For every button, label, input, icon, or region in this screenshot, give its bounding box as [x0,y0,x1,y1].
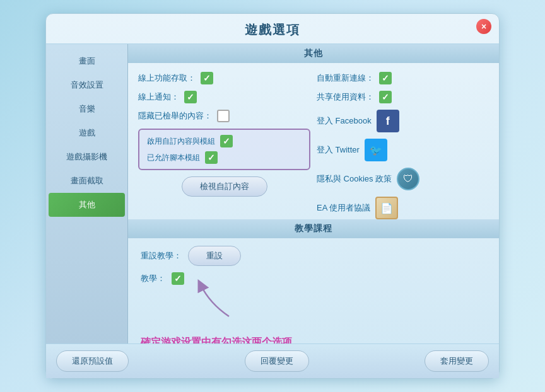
dialog-footer: 還原預設值 回覆變更 套用變更 [46,343,499,378]
view-custom-area: 檢視自訂內容 [138,176,310,197]
apply-changes-button[interactable]: 套用變更 [425,350,489,372]
dialog-header: 遊戲選項 × [46,14,499,44]
sidebar-item-game[interactable]: 遊戲 [46,121,127,145]
sidebar-item-music[interactable]: 音樂 [46,97,127,121]
twitter-label: 登入 Twitter [317,144,360,156]
share-data-checkbox[interactable]: ✓ [379,91,392,103]
mod-custom-label: 啟用自訂內容與模組 [147,136,215,147]
sidebar: 畫面 音效設置 音樂 遊戲 遊戲攝影機 畫面截取 其他 [46,44,128,343]
arrow-annotation-icon [191,279,242,323]
mod-custom-checkbox[interactable]: ✓ [220,135,233,147]
mod-script-label: 已允許腳本模組 [147,153,200,163]
share-data-label: 共享使用資料： [317,91,374,103]
game-options-dialog: 遊戲選項 × 畫面 音效設置 音樂 遊戲 遊戲攝影機 畫面截取 其他 其他 線上… [45,13,500,379]
privacy-label: 隱私與 Cookies 政策 [317,173,392,185]
facebook-icon[interactable]: f [377,110,399,132]
online-access-row: 線上功能存取： ✓ [138,72,310,84]
tutorial-content: 重設教學： 重設 教學： ✓ [128,238,499,343]
facebook-label: 登入 Facebook [317,115,372,127]
online-access-checkbox[interactable]: ✓ [201,72,213,84]
settings-area: 線上功能存取： ✓ 線上通知： ✓ 隱藏已檢舉的內容： 啟用自訂內容 [128,63,499,219]
section-header-other: 其他 [128,44,499,63]
restore-defaults-button[interactable]: 還原預設值 [56,350,129,372]
hide-reviewed-row: 隱藏已檢舉的內容： [138,110,310,122]
shield-icon[interactable]: 🛡 [397,168,419,190]
right-column: 自動重新連線： ✓ 共享使用資料： ✓ 登入 Facebook f 登入 Twi… [317,72,489,219]
online-notify-checkbox[interactable]: ✓ [184,91,197,103]
close-button[interactable]: × [476,19,491,34]
ea-label: EA 使用者協議 [317,202,370,214]
reset-tutorial-row: 重設教學： 重設 [141,246,486,266]
auto-reconnect-row: 自動重新連線： ✓ [317,72,489,84]
hide-reviewed-checkbox[interactable] [217,110,230,122]
sidebar-item-screenshot[interactable]: 畫面截取 [46,169,127,193]
online-notify-row: 線上通知： ✓ [138,91,310,103]
arrow-area [191,279,486,325]
privacy-policy-row[interactable]: 隱私與 Cookies 政策 🛡 [317,168,489,190]
mod-custom-row: 啟用自訂內容與模組 ✓ [147,135,302,147]
auto-reconnect-label: 自動重新連線： [317,72,374,84]
reset-button[interactable]: 重設 [188,246,241,266]
left-column: 線上功能存取： ✓ 線上通知： ✓ 隱藏已檢舉的內容： 啟用自訂內容 [138,72,310,219]
section-header-tutorial: 教學課程 [128,219,499,238]
sidebar-item-screen[interactable]: 畫面 [46,49,127,73]
mod-box: 啟用自訂內容與模組 ✓ 已允許腳本模組 ✓ [138,129,310,170]
reset-label: 重設教學： [141,250,182,262]
mod-script-row: 已允許腳本模組 ✓ [147,151,302,164]
twitter-login-row[interactable]: 登入 Twitter 🐦 [317,139,489,161]
revert-changes-button[interactable]: 回覆變更 [245,350,309,372]
tutorial-section: 教學課程 重設教學： 重設 教學： ✓ [128,219,499,343]
mod-script-checkbox[interactable]: ✓ [205,151,218,164]
twitter-icon[interactable]: 🐦 [365,139,387,161]
sidebar-item-other[interactable]: 其他 [49,193,125,217]
tutorial-checkbox[interactable]: ✓ [172,272,184,285]
online-notify-label: 線上通知： [138,91,179,103]
view-custom-button[interactable]: 檢視自訂內容 [182,176,267,197]
dialog-title: 遊戲選項 [245,23,300,37]
online-access-label: 線上功能存取： [138,72,196,84]
document-icon[interactable]: 📄 [375,197,398,219]
hide-reviewed-label: 隱藏已檢舉的內容： [138,110,212,122]
annotation-text-line1: 確定游戏设置中有勾选这两个选项 [141,331,486,343]
auto-reconnect-checkbox[interactable]: ✓ [379,72,392,84]
main-content: 其他 線上功能存取： ✓ 線上通知： ✓ 隱藏已檢舉的內容： [128,44,499,343]
dialog-body: 畫面 音效設置 音樂 遊戲 遊戲攝影機 畫面截取 其他 其他 線上功能存取： ✓ [46,44,499,343]
sidebar-item-audio[interactable]: 音效設置 [46,73,127,97]
ea-agreement-row[interactable]: EA 使用者協議 📄 [317,197,489,219]
tutorial-label: 教學： [141,273,165,284]
facebook-login-row[interactable]: 登入 Facebook f [317,110,489,132]
sidebar-item-camera[interactable]: 遊戲攝影機 [46,145,127,169]
share-data-row: 共享使用資料： ✓ [317,91,489,103]
